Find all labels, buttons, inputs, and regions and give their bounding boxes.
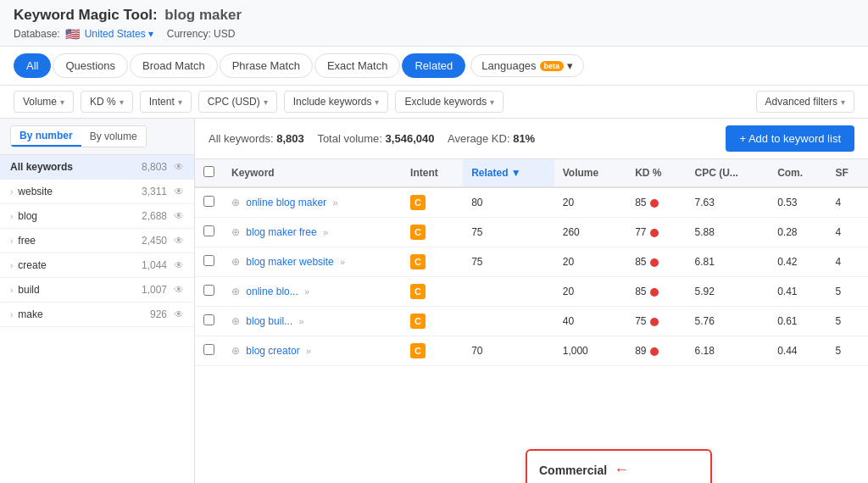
kd-indicator (650, 229, 659, 237)
tab-phrase-match[interactable]: Phrase Match (220, 53, 313, 78)
related-cell: 80 (463, 187, 554, 218)
related-cell: 75 (463, 218, 554, 247)
related-cell: 70 (463, 336, 554, 366)
table-row: ⊕ online blo... » C 20 85 5.92 0.41 5 (195, 277, 868, 307)
sidebar-item-website[interactable]: › website 3,311 👁 (0, 180, 194, 204)
com-cell: 0.44 (769, 336, 826, 366)
keyword-cell: ⊕ online blo... » (223, 277, 402, 307)
select-all-checkbox[interactable] (203, 166, 214, 177)
col-keyword: Keyword (223, 159, 402, 187)
sidebar-toggle: By number By volume (10, 125, 147, 147)
stats-text: All keywords: 8,803 Total volume: 3,546,… (209, 132, 535, 145)
keyword-cell: ⊕ blog maker website » (223, 247, 402, 277)
cpc-cell: 7.63 (686, 187, 769, 218)
sidebar-item-build[interactable]: › build 1,007 👁 (0, 278, 194, 303)
row-checkbox[interactable] (203, 344, 214, 355)
main-content: By number By volume All keywords 8,803 👁… (0, 119, 868, 483)
filter-advanced[interactable]: Advanced filters ▾ (756, 91, 854, 113)
filter-include-keywords[interactable]: Include keywords ▾ (284, 91, 389, 113)
sidebar-all-keywords[interactable]: All keywords 8,803 👁 (0, 155, 194, 180)
table-row: ⊕ blog maker website » C 75 20 85 6.81 0… (195, 247, 868, 277)
kd-cell: 77 (626, 218, 686, 247)
keyword-link[interactable]: blog maker free (246, 226, 316, 238)
sidebar-item-blog[interactable]: › blog 2,688 👁 (0, 204, 194, 229)
keyword-link[interactable]: blog creator (246, 345, 299, 357)
filter-intent[interactable]: Intent ▾ (140, 91, 192, 113)
col-related[interactable]: Related ▼ (463, 159, 554, 187)
sidebar-item-make[interactable]: › make 926 👁 (0, 303, 194, 327)
sidebar-item-free[interactable]: › free 2,450 👁 (0, 229, 194, 253)
cpc-cell: 6.18 (686, 336, 769, 366)
intent-cell: C (402, 187, 463, 218)
col-sf: SF (827, 159, 868, 187)
add-to-keyword-list-button[interactable]: + Add to keyword list (726, 125, 854, 152)
tab-languages[interactable]: Languages beta ▾ (470, 54, 584, 77)
eye-icon[interactable]: 👁 (174, 284, 184, 296)
page-title: Keyword Magic Tool: blog maker (14, 7, 854, 24)
row-checkbox[interactable] (203, 285, 214, 296)
table-row: ⊕ online blog maker » C 80 20 85 7.63 0.… (195, 187, 868, 218)
filter-kd[interactable]: KD % ▾ (81, 91, 133, 113)
eye-icon[interactable]: 👁 (174, 186, 184, 197)
kd-cell: 85 (626, 187, 686, 218)
com-cell: 0.41 (769, 277, 826, 307)
related-cell: 75 (463, 247, 554, 277)
filter-exclude-keywords[interactable]: Exclude keywords ▾ (395, 91, 504, 113)
kd-indicator (650, 347, 659, 356)
intent-cell: C (402, 336, 463, 366)
filter-cpc[interactable]: CPC (USD) ▾ (198, 91, 277, 113)
sf-cell: 4 (827, 218, 868, 247)
eye-icon[interactable]: 👁 (174, 235, 184, 247)
volume-cell: 260 (554, 218, 626, 247)
stats-row: All keywords: 8,803 Total volume: 3,546,… (195, 119, 868, 159)
keyword-cell: ⊕ blog creator » (223, 336, 402, 366)
database-link[interactable]: United States ▾ (85, 28, 153, 40)
toggle-by-number[interactable]: By number (11, 126, 81, 147)
keyword-cell: ⊕ blog maker free » (223, 218, 402, 247)
keyword-link[interactable]: blog buil... (246, 315, 292, 327)
kd-cell: 75 (626, 307, 686, 336)
sidebar: By number By volume All keywords 8,803 👁… (0, 119, 195, 483)
tab-broad-match[interactable]: Broad Match (130, 53, 218, 78)
tab-exact-match[interactable]: Exact Match (314, 53, 401, 78)
kd-cell: 85 (626, 247, 686, 277)
database-row: Database: 🇺🇸 United States ▾ Currency: U… (14, 27, 854, 41)
sidebar-item-create[interactable]: › create 1,044 👁 (0, 253, 194, 278)
sf-cell: 4 (827, 247, 868, 277)
kd-cell: 85 (626, 277, 686, 307)
col-cpc: CPC (U... (686, 159, 769, 187)
eye-icon[interactable]: 👁 (174, 259, 184, 271)
cpc-cell: 5.88 (686, 218, 769, 247)
cpc-cell: 5.76 (686, 307, 769, 336)
keyword-link[interactable]: blog maker website (246, 256, 333, 268)
row-checkbox[interactable] (203, 196, 214, 207)
intent-cell: C (402, 247, 463, 277)
volume-cell: 40 (554, 307, 626, 336)
tab-all[interactable]: All (14, 53, 51, 78)
row-checkbox[interactable] (203, 255, 214, 266)
intent-cell: C (402, 307, 463, 336)
keyword-link[interactable]: online blo... (246, 286, 298, 297)
tab-related[interactable]: Related (402, 53, 465, 78)
keyword-link[interactable]: online blog maker (246, 197, 326, 208)
cpc-cell: 6.81 (686, 247, 769, 277)
eye-icon[interactable]: 👁 (174, 161, 184, 173)
col-kd: KD % (626, 159, 686, 187)
tabs-bar: All Questions Broad Match Phrase Match E… (0, 47, 868, 86)
sf-cell: 5 (827, 277, 868, 307)
com-cell: 0.28 (769, 218, 826, 247)
volume-cell: 20 (554, 247, 626, 277)
row-checkbox[interactable] (203, 225, 214, 236)
tab-questions[interactable]: Questions (53, 53, 128, 78)
eye-icon[interactable]: 👁 (174, 210, 184, 222)
filter-volume[interactable]: Volume ▾ (14, 91, 74, 113)
table-container: Keyword Intent Related ▼ Volume KD % CPC… (195, 159, 868, 483)
row-checkbox[interactable] (203, 314, 214, 325)
filters-bar: Volume ▾ KD % ▾ Intent ▾ CPC (USD) ▾ Inc… (0, 86, 868, 119)
toggle-by-volume[interactable]: By volume (81, 126, 146, 147)
sf-cell: 5 (827, 336, 868, 366)
eye-icon[interactable]: 👁 (174, 308, 184, 320)
kd-indicator (650, 199, 659, 208)
col-intent: Intent (402, 159, 463, 187)
com-cell: 0.61 (769, 307, 826, 336)
